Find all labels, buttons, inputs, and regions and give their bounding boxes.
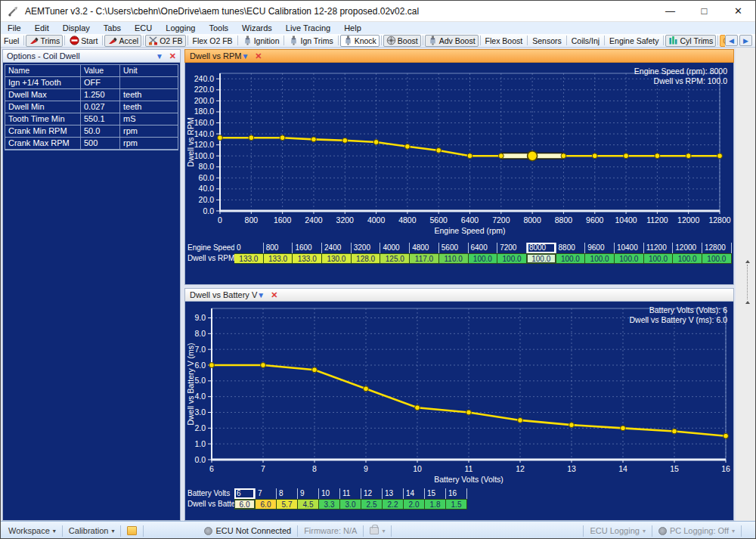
toolbar-button-ign-trims[interactable]: Ign Trims [286,35,336,47]
calibration-menu[interactable]: Calibration▾ [64,526,119,535]
options-cell[interactable]: 500 [81,138,120,149]
toolbar-button-cyl-trims[interactable]: Cyl Trims [665,35,716,47]
axis-header-cell[interactable]: 1600 [293,243,322,253]
options-cell[interactable]: Crank Max RPM [5,138,81,149]
menu-item-wizards[interactable]: Wizards [235,22,279,34]
axis-header-cell[interactable]: 3200 [352,243,381,253]
lock-menu[interactable]: ▾ [365,527,389,534]
options-cell[interactable]: Tooth Time Min [5,113,81,125]
value-cell[interactable]: 133.0 [264,253,293,264]
menu-item-live-tracing[interactable]: Live Tracing [279,22,337,34]
toolbar-button-coils-inj[interactable]: Coils/Inj [569,35,603,47]
toolbar-button-boost[interactable]: Boost [383,35,421,47]
menu-item-logging[interactable]: Logging [159,22,202,34]
value-cell[interactable]: 5.7 [277,499,298,510]
options-cell[interactable]: Crank Min RPM [5,125,81,137]
toolbar-button-o2-fb[interactable]: O2 FB [145,35,185,47]
value-cell[interactable]: 117.0 [410,253,439,264]
axis-header-cell[interactable]: 8000 [527,243,556,253]
axis-header-cell[interactable]: 5600 [439,243,469,253]
options-cell[interactable]: Ign +1/4 Tooth [5,77,81,88]
value-cell[interactable]: 100.0 [556,253,586,264]
options-cell[interactable]: 0.027 [81,101,120,113]
close-button[interactable]: ✕ [721,1,755,21]
axis-header-cell[interactable]: 2400 [322,243,352,253]
axis-header-cell[interactable]: 8 [277,488,298,499]
options-cell[interactable]: teeth [120,101,178,113]
axis-header-cell[interactable]: 4800 [410,243,439,253]
options-cell[interactable] [120,77,178,88]
menu-item-tools[interactable]: Tools [202,22,235,34]
toolbar-button-coil-dwell[interactable]: Coil Dwell [720,35,725,47]
value-cell[interactable]: 110.0 [439,253,469,264]
value-cell[interactable]: 125.0 [380,253,410,264]
axis-header-cell[interactable]: 13 [383,488,404,499]
value-cell[interactable]: 133.0 [293,253,322,264]
menu-item-file[interactable]: File [1,22,28,34]
value-cell[interactable]: 1.8 [425,499,446,510]
value-cell[interactable]: 133.0 [234,253,264,264]
battery-close-icon[interactable]: ✕ [271,290,277,300]
value-cell[interactable]: 100.0 [644,253,674,264]
splitter-grip[interactable] [744,260,751,304]
workspace-menu[interactable]: Workspace▾ [4,526,60,535]
axis-header-cell[interactable]: 9600 [585,243,615,253]
toolbar-button-flex-boost[interactable]: Flex Boost [482,35,526,47]
panel-close-icon[interactable]: ✕ [169,51,176,61]
options-cell[interactable]: 1.250 [81,89,120,101]
axis-header-cell[interactable]: 11200 [644,243,674,253]
toolbar-prev-arrow-icon[interactable]: ◀ [725,35,738,46]
menu-item-tabs[interactable]: Tabs [97,22,128,34]
battery-chart[interactable]: 0.01.02.03.04.05.06.07.08.09.06789101112… [185,302,732,487]
rpm-collapse-icon[interactable]: ▼ [241,52,249,60]
value-cell[interactable]: 100.0 [527,253,556,264]
axis-header-cell[interactable]: 10 [319,488,340,499]
value-cell[interactable]: 100.0 [615,253,644,264]
value-cell[interactable]: 3.3 [319,499,340,510]
toolbar-button-knock[interactable]: Knock [340,35,380,47]
value-cell[interactable]: 4.5 [298,499,319,510]
minimize-button[interactable]: — [653,1,687,21]
menu-item-display[interactable]: Display [56,22,97,34]
toolbar-next-arrow-icon[interactable]: ▶ [739,35,752,46]
menu-item-ecu[interactable]: ECU [128,22,159,34]
axis-header-cell[interactable]: 7 [256,488,277,499]
toolbar-button-trims[interactable]: Trims [26,35,63,47]
toolbar-button-flex-o2-fb[interactable]: Flex O2 FB [190,35,236,47]
toolbar-button-sensors[interactable]: Sensors [529,35,565,47]
value-cell[interactable]: 2.5 [361,499,383,510]
notebook-button[interactable] [122,526,141,535]
options-cell[interactable]: 50.0 [81,125,120,137]
battery-collapse-icon[interactable]: ▼ [257,291,265,299]
panel-collapse-icon[interactable]: ▼ [156,52,163,60]
menu-item-help[interactable]: Help [337,22,368,34]
axis-header-cell[interactable]: 7200 [497,243,527,253]
value-cell[interactable]: 2.0 [404,499,425,510]
value-cell[interactable]: 100.0 [469,253,498,264]
axis-header-cell[interactable]: 14 [404,488,425,499]
axis-header-cell[interactable]: 8800 [556,243,586,253]
axis-header-cell[interactable]: 4000 [380,243,410,253]
options-cell[interactable]: Dwell Min [5,101,81,113]
axis-header-cell[interactable]: 12000 [673,243,702,253]
axis-header-cell[interactable]: 11 [340,488,361,499]
toolbar-button-ignition[interactable]: Ignition [240,35,283,47]
value-cell[interactable]: 1.5 [446,499,467,510]
axis-header-cell[interactable]: 12 [361,488,383,499]
pc-logging-menu[interactable]: PC Logging: Off▾ [654,526,739,535]
value-cell[interactable]: 2.2 [383,499,404,510]
toolbar-button-fuel[interactable]: Fuel [1,35,22,47]
maximize-button[interactable]: □ [687,1,721,21]
axis-header-cell[interactable]: 15 [425,488,446,499]
axis-header-cell[interactable]: 6400 [469,243,498,253]
rpm-chart[interactable]: 0.020.040.060.080.0100.0120.0140.0160.01… [185,63,732,241]
value-cell[interactable]: 100.0 [585,253,615,264]
axis-header-cell[interactable]: 10400 [615,243,644,253]
value-cell[interactable]: 100.0 [497,253,527,264]
options-cell[interactable]: rpm [120,125,178,137]
options-cell[interactable]: Dwell Max [5,89,81,101]
toolbar-button-engine-safety[interactable]: Engine Safety [606,35,662,47]
value-cell[interactable]: 6.0 [234,499,256,510]
value-cell[interactable]: 3.0 [340,499,361,510]
rpm-close-icon[interactable]: ✕ [255,51,262,61]
